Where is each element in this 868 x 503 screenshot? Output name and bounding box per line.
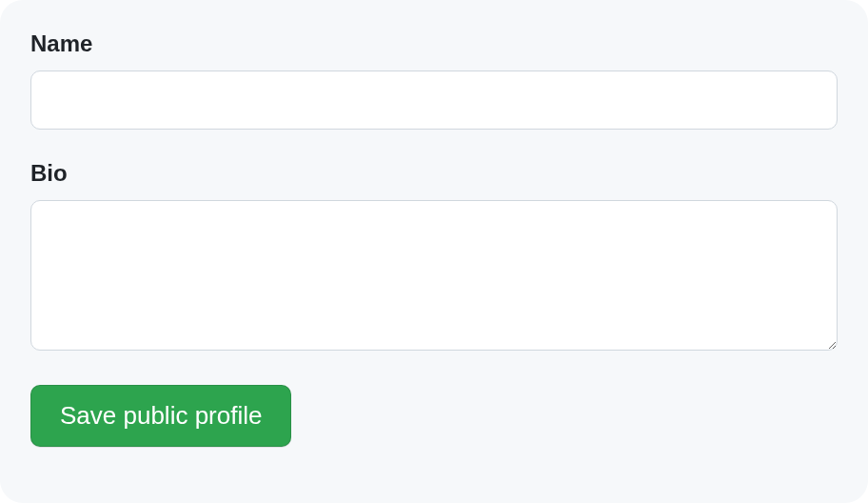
bio-textarea[interactable] [30, 200, 838, 351]
save-public-profile-button[interactable]: Save public profile [30, 385, 291, 447]
bio-label: Bio [30, 160, 838, 187]
name-label: Name [30, 30, 838, 57]
name-input[interactable] [30, 70, 838, 130]
bio-form-group: Bio [30, 160, 838, 354]
profile-form-panel: Name Bio Save public profile [0, 0, 868, 503]
name-form-group: Name [30, 30, 838, 130]
